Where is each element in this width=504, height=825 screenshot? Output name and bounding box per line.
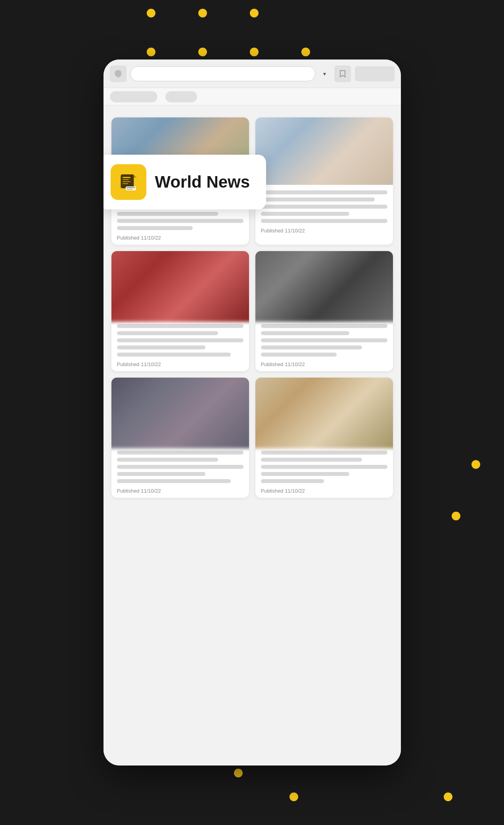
text-skeleton [261,458,362,462]
svg-rect-5 [123,181,130,182]
text-skeleton [117,479,231,483]
decorative-dot [250,9,259,17]
text-skeleton [117,226,193,230]
newspaper-icon [118,171,139,193]
text-skeleton [117,212,218,216]
world-news-title: World News [155,173,250,192]
text-skeleton [261,324,387,328]
news-card[interactable]: Published 11/10/22 [111,378,249,498]
svg-rect-3 [123,177,130,178]
browser-extra-control [355,66,395,81]
card-body: Published 11/10/22 [111,318,249,371]
text-skeleton [261,190,387,194]
text-skeleton [261,345,362,349]
card-body: Published 11/10/22 [111,445,249,498]
text-skeleton [261,479,324,483]
text-skeleton [261,212,349,216]
text-skeleton [117,451,243,455]
news-card[interactable]: Published 11/10/22 [111,251,249,371]
published-date: Published 11/10/22 [261,361,387,367]
text-skeleton [261,219,387,223]
browser-tab[interactable] [110,91,157,102]
phone-mockup: ▾ [103,59,401,766]
world-news-badge: World News [103,155,266,209]
news-icon-box [111,164,146,200]
text-skeleton [261,451,387,455]
browser-tab[interactable] [165,91,197,102]
svg-rect-8 [126,187,135,188]
published-date: Published 11/10/22 [261,488,387,494]
news-card[interactable]: Published 11/10/22 [255,117,393,245]
text-skeleton [117,338,243,342]
news-card[interactable]: Published 11/10/22 [255,251,393,371]
decorative-dot [198,48,207,56]
decorative-dot [147,9,155,17]
decorative-dot [471,460,480,469]
decorative-dot [147,48,155,56]
tabs-bar [103,88,401,106]
browser-favicon-icon [110,65,126,82]
decorative-dot [301,48,310,56]
card-image [111,251,249,322]
text-skeleton [117,465,243,469]
svg-rect-4 [123,179,129,180]
svg-rect-6 [123,183,128,184]
card-image [111,378,249,449]
text-skeleton [261,353,337,357]
text-skeleton [117,353,231,357]
decorative-dot [444,792,452,801]
decorative-dot [250,48,259,56]
card-body: Published 11/10/22 [255,318,393,371]
published-date: Published 11/10/22 [117,235,243,241]
text-skeleton [117,458,218,462]
text-skeleton [117,219,243,223]
text-skeleton [261,465,387,469]
text-skeleton [261,205,387,209]
published-date: Published 11/10/22 [261,228,387,234]
card-image [255,378,393,449]
svg-rect-7 [126,186,136,190]
text-skeleton [261,331,349,335]
browser-chrome: ▾ [103,59,401,88]
published-date: Published 11/10/22 [117,361,243,367]
card-body: Published 11/10/22 [255,445,393,498]
text-skeleton [261,198,375,201]
news-card[interactable]: Published 11/10/22 [255,378,393,498]
text-skeleton [117,472,205,476]
dropdown-chevron-icon[interactable]: ▾ [319,68,330,79]
decorative-dot [452,512,460,520]
address-bar[interactable] [130,66,315,81]
svg-rect-9 [126,189,133,190]
text-skeleton [117,345,205,349]
card-body: Published 11/10/22 [255,185,393,238]
card-image [255,251,393,322]
decorative-dot [234,769,243,777]
text-skeleton [261,472,349,476]
text-skeleton [261,338,387,342]
decorative-dot [198,9,207,17]
published-date: Published 11/10/22 [117,488,243,494]
bookmark-icon[interactable] [334,65,351,82]
card-image [255,117,393,185]
decorative-dot [289,792,298,801]
text-skeleton [117,331,218,335]
text-skeleton [117,324,243,328]
